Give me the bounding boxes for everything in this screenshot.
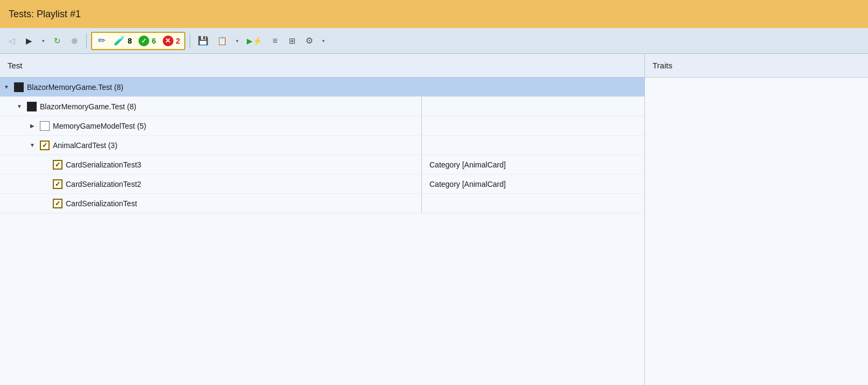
traits-column-label: Traits (652, 61, 672, 70)
copy-dropdown-icon: ▾ (236, 38, 239, 44)
test-panel: Test BlazorMemoryGame.Test (8) BlazorMem… (0, 54, 645, 385)
stop-button[interactable]: ⊗ (67, 33, 82, 49)
run-lightning-icon: ▶⚡ (247, 37, 262, 45)
pages-button[interactable]: ⊞ (284, 33, 300, 49)
traits-cell-card1 (421, 194, 644, 213)
traits-content-area (645, 78, 868, 385)
pages-icon: ⊞ (289, 36, 296, 46)
tree-area[interactable]: BlazorMemoryGame.Test (8) BlazorMemoryGa… (0, 78, 644, 385)
checkbox-card2[interactable] (53, 179, 63, 189)
expand-arrow-card2 (41, 180, 50, 188)
toolbar: ◁ ▶ ▾ ↻ ⊗ ✏ 🧪 8 ✓ 6 ✕ 2 (0, 28, 868, 54)
traits-cell-child-namespace (421, 97, 644, 116)
fail-count-group: ✕ 2 (161, 36, 183, 46)
expand-arrow-animal-card[interactable] (28, 141, 37, 150)
traits-column-header: Traits (645, 54, 868, 78)
test-cell-card3[interactable]: CardSerializationTest3 (0, 155, 421, 174)
total-count-group: 🧪 8 (112, 35, 134, 46)
run-icon: ▶ (26, 36, 32, 46)
checkbox-animal-card[interactable] (40, 141, 50, 150)
test-column-label: Test (8, 61, 23, 70)
separator-2 (190, 33, 190, 48)
run-dropdown-icon: ▾ (42, 38, 45, 44)
list-lines-icon: ≡ (273, 36, 277, 46)
test-cell-card2[interactable]: CardSerializationTest2 (0, 174, 421, 193)
run-button[interactable]: ▶ (22, 33, 37, 49)
table-row[interactable]: BlazorMemoryGame.Test (8) (0, 78, 644, 97)
checkbox-card1[interactable] (53, 199, 63, 208)
main-area: Test BlazorMemoryGame.Test (8) BlazorMem… (0, 54, 868, 385)
stop-icon: ⊗ (71, 36, 78, 46)
node-label-root-assembly: BlazorMemoryGame.Test (8) (27, 83, 123, 92)
traits-cell-root-assembly (421, 78, 644, 96)
fail-icon: ✕ (163, 36, 173, 46)
refresh-icon: ↻ (54, 36, 61, 46)
expand-arrow-child-namespace[interactable] (15, 102, 24, 111)
run-lightning-button[interactable]: ▶⚡ (244, 33, 265, 49)
save-icon: 💾 (198, 36, 209, 46)
gear-dropdown-icon: ▾ (322, 38, 325, 44)
table-row[interactable]: CardSerializationTest3 Category [AnimalC… (0, 155, 644, 174)
list-lines-button[interactable]: ≡ (267, 33, 282, 49)
checkbox-card3[interactable] (53, 160, 63, 170)
table-row[interactable]: CardSerializationTest2 Category [AnimalC… (0, 174, 644, 194)
flask-icon: 🧪 (114, 35, 125, 46)
copy-dropdown-button[interactable]: ▾ (233, 33, 241, 49)
pass-count-group: ✓ 6 (136, 36, 158, 46)
table-row[interactable]: BlazorMemoryGame.Test (8) (0, 97, 644, 116)
traits-cell-animal-card (421, 136, 644, 155)
traits-cell-card3: Category [AnimalCard] (421, 155, 644, 174)
run-disabled-button[interactable]: ◁ (4, 33, 19, 49)
total-count: 8 (128, 37, 132, 45)
fail-count: 2 (176, 37, 180, 45)
expand-arrow-memory-model[interactable] (28, 122, 37, 130)
test-cell-memory-model[interactable]: MemoryGameModelTest (5) (0, 116, 421, 135)
run-dropdown-button[interactable]: ▾ (39, 33, 47, 49)
traits-panel: Traits (645, 54, 868, 385)
node-label-card1: CardSerializationTest (66, 199, 137, 208)
test-cell-animal-card[interactable]: AnimalCardTest (3) (0, 136, 421, 155)
checkbox-memory-model[interactable] (40, 121, 50, 131)
run-disabled-icon: ◁ (9, 36, 15, 46)
title-text: Tests: Playlist #1 (9, 9, 81, 20)
test-cell-card1[interactable]: CardSerializationTest (0, 194, 421, 213)
table-row[interactable]: AnimalCardTest (3) (0, 136, 644, 155)
traits-cell-card2: Category [AnimalCard] (421, 174, 644, 193)
copy-doc-icon: 📋 (217, 36, 227, 46)
pencil-icon: ✏ (98, 35, 106, 46)
test-cell-root-assembly[interactable]: BlazorMemoryGame.Test (8) (0, 78, 421, 96)
checkbox-root-assembly[interactable] (14, 82, 24, 92)
node-label-child-namespace: BlazorMemoryGame.Test (8) (40, 102, 136, 111)
table-row[interactable]: MemoryGameModelTest (5) (0, 116, 644, 136)
pass-icon: ✓ (138, 36, 149, 46)
node-label-card3: CardSerializationTest3 (66, 160, 141, 169)
test-column-header: Test (0, 54, 644, 78)
test-summary-group: ✏ 🧪 8 ✓ 6 ✕ 2 (91, 32, 185, 50)
separator-1 (86, 33, 87, 48)
settings-button[interactable]: ⚙ (302, 33, 317, 49)
settings-dropdown-button[interactable]: ▾ (319, 33, 328, 49)
refresh-button[interactable]: ↻ (50, 33, 65, 49)
test-cell-child-namespace[interactable]: BlazorMemoryGame.Test (8) (0, 97, 421, 116)
pass-count: 6 (152, 37, 156, 45)
gear-icon: ⚙ (305, 36, 313, 46)
table-row[interactable]: CardSerializationTest (0, 194, 644, 213)
node-label-animal-card: AnimalCardTest (3) (53, 141, 117, 150)
save-button[interactable]: 💾 (195, 33, 212, 49)
title-bar: Tests: Playlist #1 (0, 0, 868, 28)
edit-playlist-button[interactable]: ✏ (94, 33, 109, 49)
checkbox-child-namespace[interactable] (27, 102, 37, 111)
node-label-memory-model: MemoryGameModelTest (5) (53, 122, 147, 130)
expand-arrow-card1 (41, 199, 50, 208)
traits-cell-memory-model (421, 116, 644, 135)
expand-arrow-card3 (41, 160, 50, 169)
node-label-card2: CardSerializationTest2 (66, 180, 141, 188)
expand-arrow-root[interactable] (2, 83, 11, 92)
copy-doc-button[interactable]: 📋 (214, 33, 231, 49)
